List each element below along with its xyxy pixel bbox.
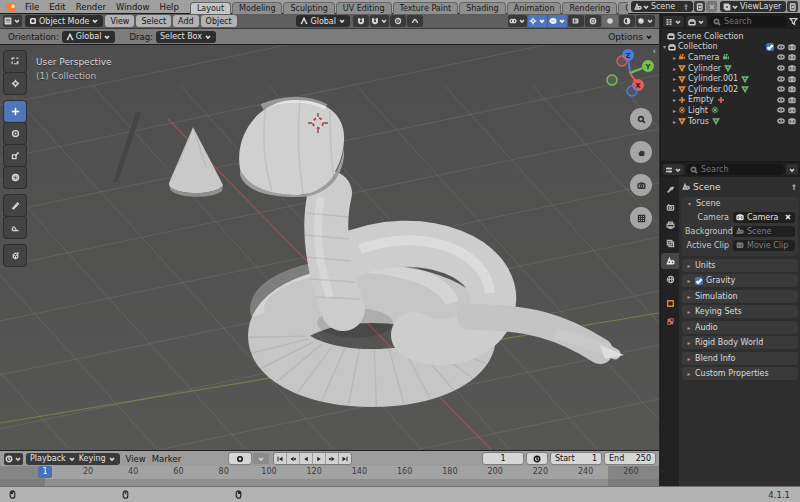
drag-select[interactable]: Select Box xyxy=(156,31,216,43)
sidebar-toggle-icon[interactable]: ‹ xyxy=(653,47,656,56)
gravity-checkbox[interactable] xyxy=(695,277,703,285)
move-tool[interactable] xyxy=(4,101,26,122)
properties-editor-type-button[interactable] xyxy=(663,164,684,175)
expand-icon[interactable]: ▸ xyxy=(671,54,678,61)
keying-menu[interactable]: Keying xyxy=(79,454,116,463)
camera-field[interactable]: Camera xyxy=(733,212,795,223)
pin-icon[interactable] xyxy=(790,183,798,191)
properties-tab-view-layer[interactable] xyxy=(661,235,679,251)
shading-solid-button[interactable] xyxy=(602,15,618,27)
workspace-tab-layout[interactable]: Layout xyxy=(190,2,231,14)
proportional-falloff-button[interactable] xyxy=(407,15,423,27)
outliner-row-camera[interactable]: ▸Camera xyxy=(661,52,800,63)
mode-selector[interactable]: Object Mode xyxy=(25,15,103,27)
prev-frame-button[interactable] xyxy=(300,453,313,464)
expand-icon[interactable]: ▸ xyxy=(671,107,678,114)
workspace-tab-uv-editing[interactable]: UV Editing xyxy=(336,2,392,14)
render-visibility-icon[interactable] xyxy=(788,74,796,83)
add-cube-tool[interactable] xyxy=(4,245,26,266)
properties-tab-tool[interactable] xyxy=(661,181,679,197)
hide-icon[interactable] xyxy=(777,64,785,73)
menu-render[interactable]: Render xyxy=(71,2,111,12)
xray-button[interactable] xyxy=(568,15,584,27)
marker-menu[interactable]: Marker xyxy=(152,454,181,464)
panel-audio[interactable]: ▸Audio xyxy=(682,321,798,334)
properties-tab-object[interactable] xyxy=(661,295,679,311)
workspace-tab-animation[interactable]: Animation xyxy=(507,2,562,14)
outliner-row-empty[interactable]: ▸Empty xyxy=(661,95,800,106)
workspace-tab-sculpting[interactable]: Sculpting xyxy=(283,2,334,14)
pan-button[interactable] xyxy=(630,141,652,163)
start-frame-field[interactable]: Start1 xyxy=(550,452,602,465)
current-frame-field[interactable]: 1 xyxy=(482,452,524,465)
auto-key-dropdown[interactable] xyxy=(253,453,269,464)
hide-icon[interactable] xyxy=(777,42,785,51)
active-clip-field[interactable]: Movie Clip xyxy=(733,240,795,251)
render-visibility-icon[interactable] xyxy=(788,64,796,73)
collection-checkbox[interactable] xyxy=(766,43,774,51)
rotate-tool[interactable] xyxy=(4,123,26,144)
editor-type-button[interactable] xyxy=(3,15,22,27)
expand-icon[interactable]: ▸ xyxy=(671,118,678,125)
render-visibility-icon[interactable] xyxy=(788,85,796,94)
outliner-scope-button[interactable] xyxy=(686,16,707,27)
outliner-row-cylinder-001[interactable]: ▸Cylinder.001 xyxy=(661,73,800,84)
view-menu[interactable]: View xyxy=(126,454,146,464)
zoom-button[interactable] xyxy=(630,108,652,130)
shading-rendered-button[interactable] xyxy=(636,15,655,27)
hide-icon[interactable] xyxy=(777,85,785,94)
pivot-button[interactable] xyxy=(508,15,527,27)
panel-simulation[interactable]: ▸Simulation xyxy=(682,290,798,303)
playhead[interactable]: 1 xyxy=(38,466,52,478)
render-visibility-icon[interactable] xyxy=(788,95,796,104)
viewport-3d[interactable]: Z Y X User Perspective (1) Collection ‹ xyxy=(0,45,659,450)
options-button[interactable]: Options xyxy=(608,32,653,42)
outliner-row-collection[interactable]: ▾Collection xyxy=(661,42,800,53)
properties-search-input[interactable]: Search xyxy=(686,164,784,175)
orientation-select[interactable]: Global xyxy=(62,31,116,43)
properties-tab-scene[interactable] xyxy=(661,253,679,269)
timeline-editor-type-button[interactable] xyxy=(4,453,23,465)
hide-icon[interactable] xyxy=(777,117,785,126)
viewport-menu-view[interactable]: View xyxy=(105,15,134,27)
outliner-search-input[interactable]: Search xyxy=(709,16,787,27)
end-frame-field[interactable]: End250 xyxy=(604,452,656,465)
measure-tool[interactable] xyxy=(4,217,26,238)
panel-custom-properties[interactable]: ▸Custom Properties xyxy=(682,367,798,380)
clear-icon[interactable] xyxy=(784,213,792,221)
panel-units[interactable]: ▸Units xyxy=(682,259,798,272)
jump-end-button[interactable] xyxy=(339,453,351,464)
scale-tool[interactable] xyxy=(4,145,26,166)
box-select-tool[interactable] xyxy=(4,51,26,72)
outliner-row-cylinder[interactable]: ▸Cylinder xyxy=(661,63,800,74)
new-scene-button[interactable] xyxy=(694,1,705,12)
panel-rigid-body-world[interactable]: ▸Rigid Body World xyxy=(682,336,798,349)
playback-menu[interactable]: Playback xyxy=(30,454,76,463)
menu-window[interactable]: Window xyxy=(111,2,155,12)
hide-icon[interactable] xyxy=(777,74,785,83)
pin-icon[interactable] xyxy=(682,3,690,11)
properties-tab-output[interactable] xyxy=(661,217,679,233)
scene-panel-header[interactable]: ▾Scene xyxy=(682,197,798,210)
scene-selector[interactable]: Scene xyxy=(631,1,693,12)
hide-icon[interactable] xyxy=(777,106,785,115)
panel-blend-info[interactable]: ▸Blend Info xyxy=(682,352,798,365)
proportional-edit-button[interactable] xyxy=(390,15,406,27)
play-button[interactable] xyxy=(313,453,326,464)
snap-magnet-button[interactable] xyxy=(353,15,369,27)
render-visibility-icon[interactable] xyxy=(788,42,796,51)
new-viewlayer-button[interactable] xyxy=(787,1,798,12)
unlink-scene-button[interactable] xyxy=(706,1,717,12)
background-scene-field[interactable]: Scene xyxy=(733,226,795,237)
viewport-menu-add[interactable]: Add xyxy=(173,15,199,27)
transform-tool[interactable] xyxy=(4,167,26,188)
panel-keying-sets[interactable]: ▸Keying Sets xyxy=(682,305,798,318)
camera-view-button[interactable] xyxy=(630,174,652,196)
blender-logo-icon[interactable] xyxy=(4,0,18,13)
render-visibility-icon[interactable] xyxy=(788,53,796,62)
filter-icon[interactable] xyxy=(789,17,798,26)
outliner-display-mode-button[interactable] xyxy=(663,16,684,27)
jump-start-button[interactable] xyxy=(274,453,287,464)
annotate-tool[interactable] xyxy=(4,195,26,216)
workspace-tab-texture-paint[interactable]: Texture Paint xyxy=(393,2,459,14)
